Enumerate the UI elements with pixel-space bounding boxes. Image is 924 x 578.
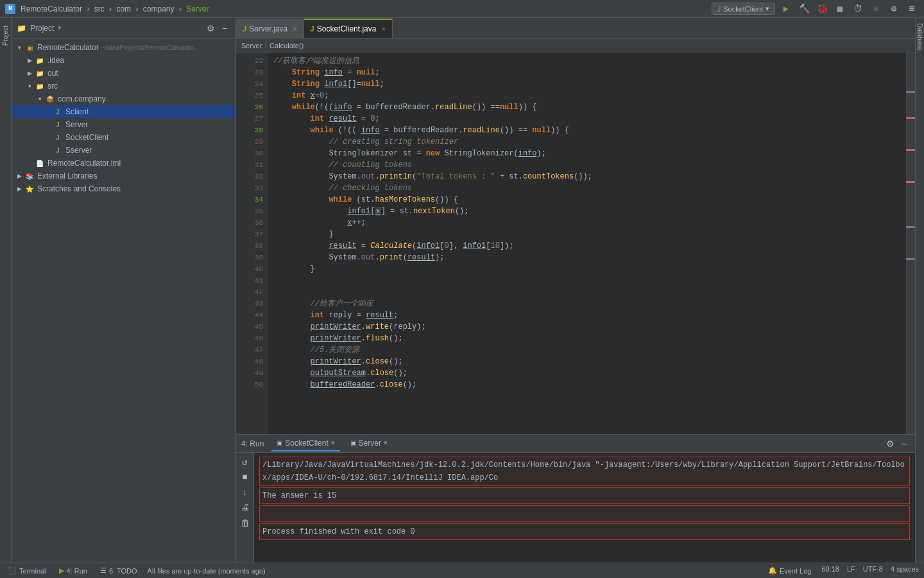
folder-icon-idea: 📁 <box>35 55 45 66</box>
scratch-icon: ⭐ <box>24 184 35 194</box>
settings-button[interactable]: ⚙ <box>887 2 901 16</box>
extlib-icon: 📚 <box>24 171 35 181</box>
ln-23: 23 <box>236 67 268 78</box>
scroll-mark-5 <box>906 226 915 228</box>
clear-output-button[interactable]: 🗑 <box>239 517 252 530</box>
ln-27: 27 <box>236 113 268 125</box>
output-line-1: /Library/Java/JavaVirtualMachines/jdk-12… <box>259 457 910 486</box>
code-line-25: int x=0; <box>273 90 901 101</box>
scroll-to-end-button[interactable]: ↓ <box>239 486 252 499</box>
ln-29: 29 <box>236 136 268 148</box>
status-text: All files are up-to-date (moments ago) <box>148 567 266 575</box>
output-line-3 <box>259 505 910 522</box>
tree-item-iml[interactable]: 📄 RemoteCalculator.iml <box>12 157 235 170</box>
run-tab-socketclient[interactable]: ▣ SocketClient × <box>271 436 339 451</box>
stop-button[interactable]: ■ <box>869 2 883 16</box>
code-line-23: String info = null; <box>273 67 901 78</box>
run-bottom-icon: ▶ <box>59 566 64 575</box>
tree-item-src[interactable]: ▾ 📁 src <box>12 80 235 92</box>
scroll-mark-6 <box>906 258 915 260</box>
ln-22: 22 <box>236 55 268 67</box>
ln-45: 45 <box>236 321 268 333</box>
maximize-button[interactable]: ⊞ <box>905 2 919 16</box>
run-bottom-button[interactable]: ▶ 4: Run <box>56 565 90 576</box>
tab-socketclient-java[interactable]: J SocketClient.java × <box>304 19 393 38</box>
tree-item-scratch[interactable]: ▶ ⭐ Scratches and Consoles <box>12 182 235 195</box>
code-editor[interactable]: //获取客户端发送的信息 String info = null; String … <box>268 53 906 434</box>
code-line-42 <box>273 286 901 298</box>
ln-28: 28 <box>236 125 268 136</box>
tree-arrow-root: ▾ <box>14 44 24 51</box>
editor-scrollbar[interactable] <box>906 53 915 434</box>
coverage-button[interactable]: ▦ <box>833 2 847 16</box>
run-tab-label-socketclient: SocketClient <box>285 439 328 448</box>
rerun-button[interactable]: ↺ <box>239 455 252 468</box>
tree-item-sclient[interactable]: J Sclient <box>12 105 235 118</box>
run-button[interactable]: ▶ <box>779 2 793 16</box>
tree-item-company[interactable]: ▾ 📦 com.company <box>12 92 235 105</box>
tree-item-idea[interactable]: ▶ 📁 .idea <box>12 54 235 67</box>
ln-36: 36 <box>236 217 268 229</box>
tree-arrow-idea: ▶ <box>24 57 35 64</box>
debug-button[interactable]: 🐞 <box>815 2 829 16</box>
run-panel-header: 4: Run ▣ SocketClient × ▣ Server × ⚙ − <box>236 435 915 453</box>
code-line-37: } <box>273 229 901 240</box>
output-line-2: The answer is 15 <box>259 487 910 504</box>
ln-24: 24 <box>236 78 268 90</box>
tree-item-sserver[interactable]: J Sserver <box>12 144 235 157</box>
tab-server-java[interactable]: J Server.java × <box>236 19 304 38</box>
tab-label-server: Server.java <box>249 24 287 33</box>
event-log-button[interactable]: 🔔 Event Log <box>766 565 814 576</box>
bc-server: Server <box>186 4 209 13</box>
ln-40: 40 <box>236 263 268 275</box>
print-button[interactable]: 🖨 <box>239 502 252 514</box>
terminal-label: Terminal <box>19 567 46 575</box>
tab-icon-socketclient: J <box>311 25 314 33</box>
terminal-button[interactable]: ⬛ Terminal <box>5 565 49 576</box>
tree-item-root[interactable]: ▾ ▣ RemoteCalculator ~/IdeaProjects/Remo… <box>12 41 235 54</box>
build-button[interactable]: 🔨 <box>797 2 811 16</box>
tree-label-root: RemoteCalculator <box>37 43 99 52</box>
scroll-mark-2 <box>906 117 915 119</box>
run-panel-minimize-icon[interactable]: − <box>898 438 910 450</box>
run-tab-close-server[interactable]: × <box>384 439 388 446</box>
tree-item-socketclient[interactable]: J SocketClient <box>12 131 235 144</box>
tree-item-server[interactable]: J Server <box>12 118 235 131</box>
java-icon-socketclient: J <box>53 132 63 143</box>
project-dropdown[interactable]: ▾ <box>58 24 62 32</box>
scroll-mark-4 <box>906 181 915 183</box>
profile-button[interactable]: ⏱ <box>851 2 865 16</box>
tree-item-extlib[interactable]: ▶ 📚 External Libraries <box>12 170 235 182</box>
project-strip-label[interactable]: Project <box>2 26 9 46</box>
code-line-32: System.out.println("Total tokens : " + s… <box>273 171 901 182</box>
todo-icon: ☰ <box>100 566 107 575</box>
tree-label-extlib: External Libraries <box>37 171 97 180</box>
ln-46: 46 <box>236 333 268 344</box>
run-tab-close-socketclient[interactable]: × <box>331 439 335 446</box>
tab-bar: J Server.java × J SocketClient.java × <box>236 18 915 39</box>
code-line-38: result = Calculate(info1[0], info1[10]); <box>273 240 901 252</box>
project-sidebar: 📁 Project ▾ ⚙ − ▾ ▣ RemoteCalculator ~/I… <box>12 18 236 563</box>
todo-button[interactable]: ☰ 6: TODO <box>98 565 140 576</box>
sidebar-collapse-icon[interactable]: − <box>219 22 230 34</box>
database-strip-label[interactable]: Database <box>916 23 923 51</box>
code-line-22: //获取客户端发送的信息 <box>273 55 901 67</box>
run-config-selector[interactable]: J SocketClient ▾ <box>712 3 775 15</box>
run-tab-icon-socketclient: ▣ <box>277 439 282 446</box>
code-line-43: //给客户一个响应 <box>273 298 901 310</box>
ln-39: 39 <box>236 252 268 263</box>
run-panel-settings-icon[interactable]: ⚙ <box>884 438 896 450</box>
bottom-bar: ⬛ Terminal ▶ 4: Run ☰ 6: TODO All files … <box>0 563 924 578</box>
folder-icon-out: 📁 <box>35 68 45 78</box>
sidebar-settings-icon[interactable]: ⚙ <box>205 22 216 34</box>
tree-item-out[interactable]: ▶ 📁 out <box>12 67 235 80</box>
stop-run-button[interactable]: ■ <box>239 471 252 484</box>
position-info: 60:18 <box>821 565 839 576</box>
ln-25: 25 <box>236 90 268 101</box>
tree-label-iml: RemoteCalculator.iml <box>47 159 121 168</box>
tree-arrow-extlib: ▶ <box>14 173 24 179</box>
tab-close-socketclient[interactable]: × <box>381 25 385 33</box>
tab-close-server[interactable]: × <box>293 25 296 33</box>
run-tab-server[interactable]: ▣ Server × <box>345 436 393 451</box>
code-line-30: StringTokenizer st = new StringTokenizer… <box>273 148 901 159</box>
